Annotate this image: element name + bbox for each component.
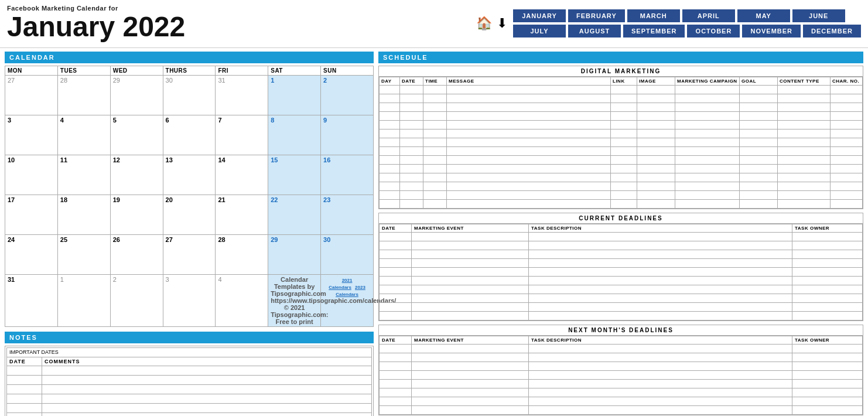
deadline-cell	[529, 353, 792, 362]
sched-cell	[778, 85, 831, 94]
sched-cell	[675, 164, 740, 173]
day-number: 19	[113, 196, 120, 203]
month-btn-april[interactable]: APRIL	[682, 9, 735, 22]
deadline-cell	[380, 302, 412, 311]
month-btn-february[interactable]: FEBRUARY	[568, 9, 625, 22]
day-number: 31	[8, 276, 15, 283]
comments-cell	[42, 384, 372, 394]
date-cell	[7, 366, 42, 375]
month-btn-december[interactable]: DECEMBER	[803, 25, 861, 37]
deadline-cell	[529, 267, 792, 276]
month-btn-june[interactable]: JUNE	[792, 9, 845, 22]
sched-cell	[447, 199, 611, 208]
day-number: 18	[60, 196, 67, 203]
home-icon[interactable]: 🏠	[476, 16, 492, 31]
sched-cell	[831, 155, 863, 164]
day-number: 31	[218, 77, 225, 84]
sched-cell	[611, 146, 637, 155]
sched-cell	[740, 94, 778, 103]
deadline-cell	[380, 232, 412, 241]
cal-day-2-6: 16	[321, 155, 374, 195]
deadline-row	[380, 344, 863, 353]
sched-row	[380, 146, 863, 155]
sched-cell	[611, 103, 637, 111]
notes-inner: IMPORTANT DATES DATE COMMENTS	[5, 346, 374, 416]
deadline-cell	[792, 370, 863, 379]
month-btn-may[interactable]: MAY	[737, 9, 790, 22]
sched-cell	[831, 138, 863, 146]
day-number: 4	[218, 276, 221, 283]
sched-row	[380, 129, 863, 138]
right-column: SCHEDULE DIGITAL MARKETING DAYDATETIMEME…	[374, 52, 863, 416]
deadline-cell	[380, 267, 412, 276]
month-btn-march[interactable]: MARCH	[627, 9, 680, 22]
day-number: 25	[60, 236, 67, 243]
month-btn-november[interactable]: NOVEMBER	[742, 25, 801, 37]
sched-cell	[400, 94, 423, 103]
sched-row	[380, 94, 863, 103]
sched-cell	[637, 94, 675, 103]
deadline-cell	[529, 397, 792, 405]
sched-cell	[380, 199, 400, 208]
month-btn-august[interactable]: AUGUST	[568, 25, 621, 37]
sched-cell	[637, 173, 675, 182]
month-btn-july[interactable]: JULY	[513, 25, 566, 37]
header-text: Facebook Marketing Calendar for January …	[7, 5, 476, 43]
month-btn-january[interactable]: JANUARY	[513, 9, 566, 22]
date-cell	[7, 384, 42, 394]
day-number: 29	[271, 236, 278, 243]
link-2021[interactable]: 2021 Calendars	[329, 278, 352, 290]
header: Facebook Marketing Calendar for January …	[0, 0, 868, 48]
comments-cell	[42, 403, 372, 412]
sched-col-content-type: CONTENT TYPE	[778, 77, 831, 85]
sched-cell	[831, 182, 863, 190]
deadline-cell	[529, 311, 792, 320]
next-deadlines-table: DATEMARKETING EVENTTASK DESCRIPTIONTASK …	[379, 336, 863, 415]
left-column: CALENDAR MONTUESWEDTHURSFRISATSUN 272829…	[5, 52, 374, 416]
sched-cell	[778, 182, 831, 190]
day-number: 24	[8, 236, 15, 243]
sched-cell	[400, 146, 423, 155]
cal-day-0-5: 1	[268, 75, 321, 115]
day-number: 27	[8, 77, 15, 84]
notes-section-header: NOTES	[5, 332, 374, 343]
deadline-row	[380, 232, 863, 241]
sched-cell	[831, 120, 863, 129]
sched-cell	[611, 164, 637, 173]
cal-day-2-2: 12	[110, 155, 163, 195]
deadline-cell	[529, 276, 792, 285]
sched-cell	[831, 94, 863, 103]
deadline-col-marketing-event: MARKETING EVENT	[412, 224, 529, 232]
day-number: 28	[60, 77, 67, 84]
sched-col-char.-no.: CHAR. NO.	[831, 77, 863, 85]
notes-section: NOTES IMPORTANT DATES DATE COMMENTS	[5, 332, 374, 416]
sched-col-time: TIME	[423, 77, 447, 85]
date-cell	[7, 412, 42, 416]
sched-cell	[380, 164, 400, 173]
day-number: 15	[271, 156, 278, 163]
day-number: 28	[218, 236, 225, 243]
cal-day-2-0: 10	[5, 155, 58, 195]
digital-marketing-title: DIGITAL MARKETING	[379, 66, 863, 77]
cal-day-1-5: 8	[268, 115, 321, 155]
cal-header-wed: WED	[110, 66, 163, 75]
month-btn-october[interactable]: OCTOBER	[687, 25, 740, 37]
calendar-table: MONTUESWEDTHURSFRISATSUN 272829303112345…	[5, 66, 374, 327]
month-btn-september[interactable]: SEPTEMBER	[623, 25, 685, 37]
sched-row	[380, 173, 863, 182]
deadline-cell	[792, 388, 863, 397]
sched-cell	[778, 155, 831, 164]
day-number: 13	[166, 156, 173, 163]
sched-cell	[831, 129, 863, 138]
deadline-col-marketing-event: MARKETING EVENT	[412, 336, 529, 344]
cal-day-2-5: 15	[268, 155, 321, 195]
sched-cell	[400, 120, 423, 129]
deadline-cell	[792, 241, 863, 250]
sched-col-marketing-campaign: MARKETING CAMPAIGN	[675, 77, 740, 85]
sched-cell	[380, 103, 400, 111]
sched-cell	[831, 146, 863, 155]
sched-cell	[611, 199, 637, 208]
download-icon[interactable]: ⬇	[497, 16, 507, 31]
sched-cell	[740, 129, 778, 138]
sched-cell	[423, 164, 447, 173]
